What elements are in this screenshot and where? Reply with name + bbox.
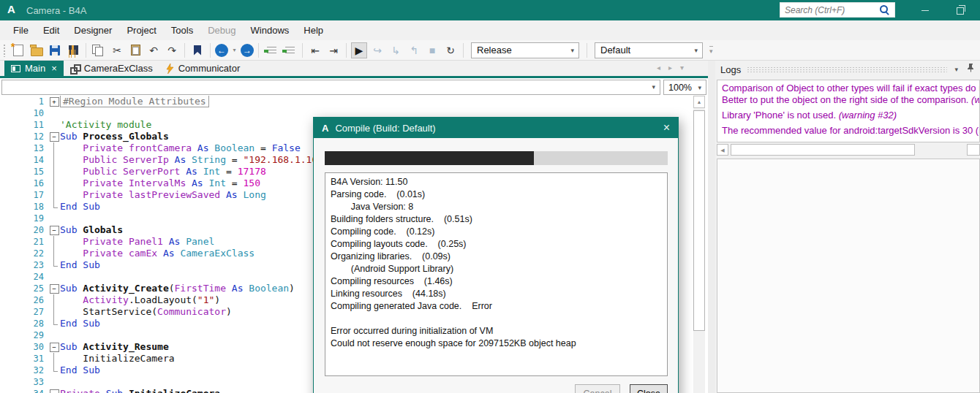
compile-output-box[interactable]: B4A Version: 11.50Parsing code. (0.01s) … (325, 172, 668, 376)
menu-item-project[interactable]: Project (119, 20, 163, 40)
toolbar-separator (346, 43, 347, 58)
build-configuration-select-value: Release (477, 45, 512, 56)
tab-strip: Main×CameraExClassCommunicator ◂ ▸ ▾ (0, 61, 708, 78)
close-button[interactable]: × (976, 0, 980, 20)
expand-icon[interactable]: + (50, 97, 59, 107)
resume-icon: ↪ (369, 42, 385, 58)
logs-horizontal-scrollbar[interactable]: ◀ (717, 144, 980, 156)
copy-icon[interactable] (91, 42, 107, 58)
tab-cameraexclass[interactable]: CameraExClass (64, 61, 159, 76)
build-configuration-select[interactable]: Release▾ (471, 42, 579, 58)
panel-splitter[interactable] (708, 61, 715, 393)
cut-icon[interactable]: ✂ (109, 42, 125, 58)
search-icon[interactable] (879, 4, 890, 15)
tab-scroll-right-icon[interactable]: ▸ (668, 64, 672, 72)
comment-icon[interactable] (263, 42, 279, 58)
fold-margin (48, 166, 60, 178)
run-icon[interactable]: ▶ (351, 42, 367, 58)
menu-item-file[interactable]: File (6, 20, 36, 40)
new-file-icon[interactable] (10, 42, 26, 58)
minimize-button[interactable] (913, 0, 938, 20)
member-nav-select[interactable]: ▾ (1, 80, 660, 95)
paste-icon[interactable] (127, 42, 143, 58)
toolbar-separator (302, 43, 303, 58)
collapse-icon[interactable]: − (50, 226, 59, 235)
menu-item-help[interactable]: Help (296, 20, 331, 40)
code-text: Private Panel1 As Panel (60, 236, 214, 248)
undo-icon[interactable]: ↶ (146, 42, 162, 58)
log-warning[interactable]: Library 'Phone' is not used. (warning #3… (722, 110, 979, 121)
chevron-down-icon[interactable]: ▾ (691, 47, 701, 54)
chevron-down-icon[interactable]: ▾ (568, 47, 577, 54)
chevron-down-icon[interactable]: ▾ (649, 83, 658, 91)
rebuild-icon[interactable]: ↻ (442, 42, 459, 58)
b4a-ide-window: A Camera - B4A × FileEditDesignerProject… (0, 0, 980, 393)
uncomment-icon[interactable] (282, 42, 298, 58)
outdent-icon[interactable]: ⇤ (307, 42, 323, 58)
pin-icon[interactable] (967, 63, 975, 76)
line-number: 30 (0, 341, 48, 353)
close-icon[interactable]: × (663, 122, 670, 134)
back-history-caret-icon[interactable]: ▾ (230, 42, 238, 58)
code-text: Sub Process_Globals (60, 131, 169, 142)
scrollbar-thumb[interactable] (731, 144, 915, 156)
chevron-down-icon[interactable]: ▾ (695, 84, 704, 91)
collapse-icon[interactable]: − (50, 389, 59, 393)
navigate-forward-icon[interactable]: → (241, 44, 254, 57)
build-mode-select[interactable]: Default▾ (595, 42, 703, 58)
compile-dialog-title: Compile (Build: Default) (335, 123, 435, 134)
logs-drag-texture[interactable] (747, 66, 947, 73)
close-dialog-button[interactable]: Close (630, 384, 668, 393)
collapse-icon[interactable]: − (50, 132, 59, 142)
editor-nav-row: ▾ 100% ▾ (0, 80, 708, 96)
fold-margin: − (48, 224, 60, 236)
toolbar-separator (258, 43, 259, 58)
tab-scroll-left-icon[interactable]: ◂ (657, 64, 660, 72)
line-number: 17 (0, 189, 48, 201)
collapse-icon[interactable]: − (50, 284, 59, 294)
scroll-right-icon[interactable] (967, 144, 980, 156)
navigate-back-icon[interactable]: ← (215, 44, 228, 57)
log-warning[interactable]: Comparison of Object to other types will… (722, 83, 979, 106)
indent-icon[interactable]: ⇥ (325, 42, 342, 58)
search-input[interactable] (780, 5, 879, 15)
line-number: 14 (0, 154, 48, 166)
editor-zoom-value: 100% (668, 83, 692, 93)
open-project-icon[interactable] (29, 42, 45, 58)
package-icon[interactable] (65, 42, 81, 58)
menu-item-tools[interactable]: Tools (164, 20, 200, 40)
tab-list-caret-icon[interactable]: ▾ (680, 64, 684, 72)
save-icon[interactable] (47, 42, 63, 58)
fold-guide (53, 294, 54, 306)
fold-guide (53, 201, 58, 208)
scroll-up-icon[interactable]: ▲ (693, 96, 705, 108)
logs-panel: Logs ▾ Comparison of Object to other typ… (715, 61, 980, 393)
stop-icon: ■ (424, 42, 440, 58)
collapse-icon[interactable]: − (50, 343, 59, 352)
log-warning-line: Comparison of Object to other types will… (722, 83, 979, 94)
editor-zoom-select[interactable]: 100% ▾ (663, 80, 706, 95)
cancel-button: Cancel (575, 384, 620, 393)
menu-item-windows[interactable]: Windows (244, 20, 297, 40)
bookmark-icon[interactable] (189, 42, 206, 58)
toolbar-grip[interactable] (3, 44, 6, 57)
redo-icon[interactable]: ↷ (164, 42, 180, 58)
logs-warning-list[interactable]: Comparison of Object to other types will… (717, 80, 980, 142)
editor-vertical-scrollbar[interactable]: ▲ (693, 96, 705, 393)
toolbar-separator (587, 43, 587, 58)
scroll-left-icon[interactable]: ◀ (717, 144, 728, 156)
menu-item-designer[interactable]: Designer (67, 20, 119, 40)
fold-margin (48, 189, 60, 201)
tab-close-icon[interactable]: × (51, 63, 57, 74)
tab-label: CameraExClass (84, 63, 153, 74)
scrollbar-thumb[interactable] (693, 110, 705, 331)
logs-menu-caret-icon[interactable]: ▾ (954, 66, 958, 73)
toolbar-overflow-icon[interactable]: ▾ (709, 46, 713, 55)
line-number: 20 (0, 224, 48, 236)
tab-main[interactable]: Main× (4, 61, 64, 76)
fold-margin: − (48, 283, 60, 294)
log-warning[interactable]: The recommended value for android:target… (722, 125, 979, 137)
tab-communicator[interactable]: Communicator (159, 61, 247, 76)
restore-button[interactable] (948, 0, 973, 20)
menu-item-edit[interactable]: Edit (36, 20, 67, 40)
